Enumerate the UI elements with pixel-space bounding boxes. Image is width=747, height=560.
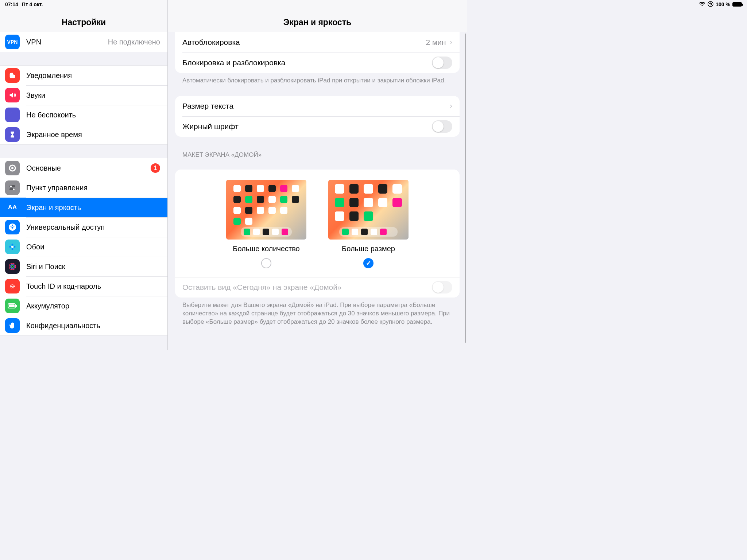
svg-rect-21 — [9, 304, 15, 307]
detail-pane: Экран и яркость Автоблокировка 2 мин › Б… — [168, 0, 467, 350]
siri-icon — [5, 259, 20, 274]
hand-icon — [5, 318, 20, 333]
svg-point-11 — [11, 246, 13, 248]
row-lock-unlock[interactable]: Блокировка и разблокировка — [175, 52, 460, 73]
sidebar-item-label: Обои — [26, 243, 162, 251]
accessibility-icon — [5, 220, 20, 234]
sidebar-item-label: Siri и Поиск — [26, 262, 162, 271]
sidebar-item-label: Основные — [26, 164, 151, 172]
row-value: 2 мин — [426, 38, 446, 47]
moon-icon — [5, 108, 20, 122]
sidebar-item-vpn[interactable]: VPN VPN Не подключено — [0, 32, 167, 52]
svg-point-13 — [12, 248, 13, 250]
text-size-icon: AA — [5, 200, 20, 215]
sidebar-item-touchid[interactable]: Touch ID и код-пароль — [0, 276, 167, 296]
radio-larger[interactable] — [363, 258, 374, 268]
sound-icon — [5, 88, 20, 102]
svg-point-8 — [13, 188, 15, 190]
home-layout-options: Больше количество — [175, 170, 460, 277]
row-label: Автоблокировка — [182, 38, 426, 47]
flower-icon — [5, 240, 20, 254]
scrollbar[interactable] — [465, 34, 466, 343]
status-time: 07:14 — [5, 1, 18, 7]
sidebar-item-general[interactable]: Основные 1 — [0, 158, 167, 178]
sidebar-item-battery[interactable]: Аккумулятор — [0, 296, 167, 316]
sidebar-item-control-center[interactable]: Пункт управления — [0, 178, 167, 198]
home-layout-header: МАКЕТ ЭКРАНА «ДОМОЙ» — [175, 137, 460, 162]
sidebar-item-screentime[interactable]: Экранное время — [0, 125, 167, 144]
sidebar-item-label: Touch ID и код-пароль — [26, 282, 162, 291]
sidebar-item-dnd[interactable]: Не беспокоить — [0, 105, 167, 125]
toggle-keep-today — [432, 281, 452, 293]
layout-option-more[interactable]: Больше количество — [226, 180, 306, 268]
sidebar-item-label: Пункт управления — [26, 184, 162, 192]
vpn-icon: VPN — [5, 35, 20, 49]
sidebar-item-label: Звуки — [26, 91, 162, 100]
svg-point-17 — [10, 264, 15, 269]
svg-rect-20 — [16, 305, 17, 307]
layout-preview-larger — [328, 180, 409, 240]
sidebar-item-label: VPN — [26, 38, 108, 46]
svg-point-4 — [11, 167, 13, 169]
sidebar-item-label: Не беспокоить — [26, 111, 162, 119]
switches-icon — [5, 180, 20, 195]
row-autolock[interactable]: Автоблокировка 2 мин › — [175, 32, 460, 52]
hourglass-icon — [5, 127, 20, 142]
option-label: Больше размер — [342, 245, 395, 253]
layout-option-larger[interactable]: Больше размер — [328, 180, 409, 268]
lock-footer: Автоматически блокировать и разблокирова… — [175, 73, 460, 85]
battery-icon — [5, 299, 20, 313]
fingerprint-icon — [5, 279, 20, 293]
row-label: Оставить вид «Сегодня» на экране «Домой» — [182, 283, 432, 292]
sidebar-item-label: Конфиденциальность — [26, 322, 162, 330]
toggle-lock-unlock[interactable] — [432, 57, 452, 69]
sidebar-item-label: Аккумулятор — [26, 302, 162, 310]
sidebar-item-wallpaper[interactable]: Обои — [0, 237, 167, 257]
home-layout-footer: Выберите макет для Вашего экрана «Домой»… — [175, 298, 460, 337]
svg-point-12 — [12, 244, 13, 246]
settings-sidebar: Настройки VPN VPN Не подключено Уведомле… — [0, 0, 168, 350]
sidebar-item-label: Экран и яркость — [26, 203, 162, 212]
svg-point-2 — [13, 72, 16, 75]
svg-point-10 — [12, 225, 13, 226]
status-bar: 07:14 Пт 4 окт. 100 % — [0, 0, 467, 9]
sidebar-item-accessibility[interactable]: Универсальный доступ — [0, 217, 167, 237]
layout-preview-more — [226, 180, 306, 240]
chevron-right-icon: › — [450, 38, 452, 47]
badge: 1 — [151, 163, 160, 173]
svg-point-14 — [9, 246, 11, 248]
svg-point-6 — [10, 186, 12, 187]
sidebar-item-label: Экранное время — [26, 131, 162, 139]
row-text-size[interactable]: Размер текста › — [175, 96, 460, 116]
row-label: Жирный шрифт — [182, 122, 432, 131]
sidebar-item-notifications[interactable]: Уведомления — [0, 66, 167, 85]
row-keep-today: Оставить вид «Сегодня» на экране «Домой» — [175, 277, 460, 298]
sidebar-item-label: Универсальный доступ — [26, 223, 162, 232]
sidebar-item-privacy[interactable]: Конфиденциальность — [0, 316, 167, 335]
sidebar-item-siri[interactable]: Siri и Поиск — [0, 257, 167, 276]
toggle-bold-text[interactable] — [432, 120, 452, 133]
svg-point-18 — [11, 265, 13, 268]
sidebar-item-display[interactable]: AA Экран и яркость — [0, 198, 167, 217]
sidebar-item-label: Уведомления — [26, 71, 162, 80]
radio-more[interactable] — [261, 258, 271, 268]
sidebar-item-value: Не подключено — [108, 38, 160, 46]
option-label: Больше количество — [233, 245, 299, 253]
status-date: Пт 4 окт. — [22, 1, 43, 7]
row-bold-text[interactable]: Жирный шрифт — [175, 116, 460, 137]
sidebar-item-sounds[interactable]: Звуки — [0, 85, 167, 105]
bell-icon — [5, 68, 20, 83]
gear-icon — [5, 161, 20, 175]
row-label: Размер текста — [182, 102, 450, 110]
svg-point-15 — [14, 246, 16, 248]
chevron-right-icon: › — [450, 101, 452, 111]
row-label: Блокировка и разблокировка — [182, 58, 432, 67]
